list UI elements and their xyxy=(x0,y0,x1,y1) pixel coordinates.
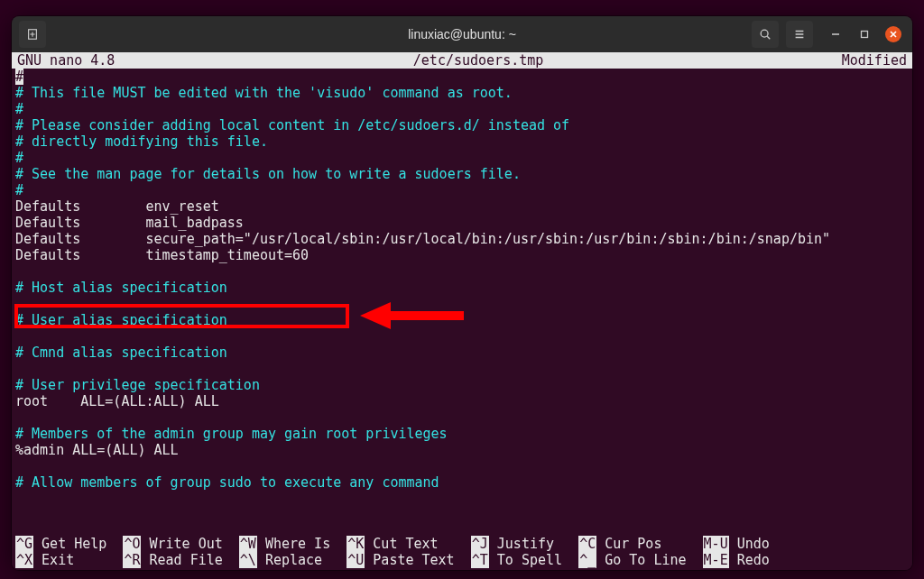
nano-shortcuts: ^G Get Help ^O Write Out ^W Where Is ^K … xyxy=(12,536,912,570)
menu-button[interactable] xyxy=(786,21,813,48)
svg-rect-9 xyxy=(862,32,868,38)
nano-header: GNU nano 4.8 /etc/sudoers.tmp Modified xyxy=(12,52,912,69)
nano-filename: /etc/sudoers.tmp xyxy=(115,52,841,69)
maximize-button[interactable] xyxy=(856,26,873,42)
minimize-button[interactable] xyxy=(827,26,844,42)
file-body: # # This file MUST be edited with the 'v… xyxy=(12,69,912,491)
terminal-window: linuxiac@ubuntu: ~ GNU na xyxy=(12,16,912,570)
terminal-content[interactable]: GNU nano 4.8 /etc/sudoers.tmp Modified #… xyxy=(12,52,912,570)
close-button[interactable] xyxy=(885,26,901,42)
titlebar: linuxiac@ubuntu: ~ xyxy=(12,16,912,52)
nano-version: GNU nano 4.8 xyxy=(14,52,115,69)
svg-point-3 xyxy=(761,30,768,37)
svg-line-4 xyxy=(767,36,770,39)
search-button[interactable] xyxy=(752,21,779,48)
nano-status: Modified xyxy=(842,52,910,69)
new-tab-button[interactable] xyxy=(19,21,46,48)
